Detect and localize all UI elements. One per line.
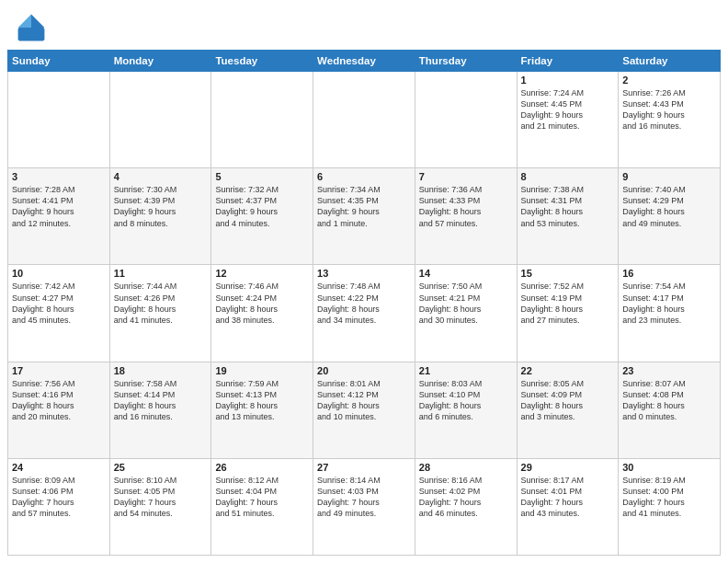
day-number: 2 — [622, 75, 716, 86]
day-number: 29 — [521, 462, 615, 473]
day-info: Sunrise: 7:24 AM Sunset: 4:45 PM Dayligh… — [521, 87, 615, 132]
day-info: Sunrise: 8:14 AM Sunset: 4:03 PM Dayligh… — [317, 475, 411, 520]
svg-marker-0 — [31, 15, 44, 28]
weekday-header-sunday: Sunday — [8, 51, 110, 72]
day-cell: 30Sunrise: 8:19 AM Sunset: 4:00 PM Dayli… — [619, 458, 721, 555]
day-cell: 21Sunrise: 8:03 AM Sunset: 4:10 PM Dayli… — [415, 362, 517, 458]
day-info: Sunrise: 7:34 AM Sunset: 4:35 PM Dayligh… — [317, 184, 411, 229]
week-row: 3Sunrise: 7:28 AM Sunset: 4:41 PM Daylig… — [8, 168, 721, 265]
day-number: 21 — [419, 365, 513, 376]
day-info: Sunrise: 7:52 AM Sunset: 4:19 PM Dayligh… — [521, 281, 615, 326]
weekday-row: SundayMondayTuesdayWednesdayThursdayFrid… — [8, 51, 721, 72]
day-number: 4 — [114, 171, 208, 182]
day-number: 14 — [419, 268, 513, 279]
svg-marker-1 — [18, 15, 31, 28]
day-info: Sunrise: 8:07 AM Sunset: 4:08 PM Dayligh… — [622, 378, 716, 423]
day-cell: 24Sunrise: 8:09 AM Sunset: 4:06 PM Dayli… — [8, 458, 110, 555]
day-number: 9 — [622, 171, 716, 182]
day-cell: 3Sunrise: 7:28 AM Sunset: 4:41 PM Daylig… — [8, 168, 110, 265]
day-number: 19 — [215, 365, 309, 376]
day-info: Sunrise: 7:36 AM Sunset: 4:33 PM Dayligh… — [419, 184, 513, 229]
day-cell: 7Sunrise: 7:36 AM Sunset: 4:33 PM Daylig… — [415, 168, 517, 265]
day-info: Sunrise: 7:40 AM Sunset: 4:29 PM Dayligh… — [622, 184, 716, 229]
day-info: Sunrise: 7:59 AM Sunset: 4:13 PM Dayligh… — [215, 378, 309, 423]
page: SundayMondayTuesdayWednesdayThursdayFrid… — [0, 0, 728, 563]
day-cell: 17Sunrise: 7:56 AM Sunset: 4:16 PM Dayli… — [8, 362, 110, 458]
day-number: 5 — [215, 171, 309, 182]
day-number: 16 — [622, 268, 716, 279]
day-cell: 13Sunrise: 7:48 AM Sunset: 4:22 PM Dayli… — [313, 265, 415, 362]
day-info: Sunrise: 8:05 AM Sunset: 4:09 PM Dayligh… — [521, 378, 615, 423]
weekday-header-thursday: Thursday — [415, 51, 517, 72]
day-info: Sunrise: 7:56 AM Sunset: 4:16 PM Dayligh… — [12, 378, 106, 423]
day-number: 15 — [521, 268, 615, 279]
day-info: Sunrise: 8:19 AM Sunset: 4:00 PM Dayligh… — [622, 475, 716, 520]
day-cell: 18Sunrise: 7:58 AM Sunset: 4:14 PM Dayli… — [109, 362, 211, 458]
day-number: 17 — [12, 365, 106, 376]
weekday-header-saturday: Saturday — [619, 51, 721, 72]
day-info: Sunrise: 8:12 AM Sunset: 4:04 PM Dayligh… — [215, 475, 309, 520]
week-row: 17Sunrise: 7:56 AM Sunset: 4:16 PM Dayli… — [8, 362, 721, 458]
calendar-table: SundayMondayTuesdayWednesdayThursdayFrid… — [7, 50, 721, 556]
day-cell: 9Sunrise: 7:40 AM Sunset: 4:29 PM Daylig… — [619, 168, 721, 265]
day-cell: 15Sunrise: 7:52 AM Sunset: 4:19 PM Dayli… — [517, 265, 619, 362]
day-number: 23 — [622, 365, 716, 376]
day-info: Sunrise: 8:10 AM Sunset: 4:05 PM Dayligh… — [114, 475, 208, 520]
day-info: Sunrise: 7:26 AM Sunset: 4:43 PM Dayligh… — [622, 87, 716, 132]
header — [0, 0, 728, 50]
weekday-header-friday: Friday — [517, 51, 619, 72]
week-row: 10Sunrise: 7:42 AM Sunset: 4:27 PM Dayli… — [8, 265, 721, 362]
day-number: 6 — [317, 171, 411, 182]
day-cell: 28Sunrise: 8:16 AM Sunset: 4:02 PM Dayli… — [415, 458, 517, 555]
day-number: 26 — [215, 462, 309, 473]
day-cell: 26Sunrise: 8:12 AM Sunset: 4:04 PM Dayli… — [211, 458, 313, 555]
calendar-body: 1Sunrise: 7:24 AM Sunset: 4:45 PM Daylig… — [8, 72, 721, 556]
day-number: 22 — [521, 365, 615, 376]
day-cell: 11Sunrise: 7:44 AM Sunset: 4:26 PM Dayli… — [109, 265, 211, 362]
calendar-header: SundayMondayTuesdayWednesdayThursdayFrid… — [8, 51, 721, 72]
day-cell: 19Sunrise: 7:59 AM Sunset: 4:13 PM Dayli… — [211, 362, 313, 458]
day-cell: 29Sunrise: 8:17 AM Sunset: 4:01 PM Dayli… — [517, 458, 619, 555]
logo-icon — [15, 11, 48, 44]
day-cell — [211, 72, 313, 168]
day-info: Sunrise: 7:44 AM Sunset: 4:26 PM Dayligh… — [114, 281, 208, 326]
day-info: Sunrise: 7:58 AM Sunset: 4:14 PM Dayligh… — [114, 378, 208, 423]
day-cell: 20Sunrise: 8:01 AM Sunset: 4:12 PM Dayli… — [313, 362, 415, 458]
day-info: Sunrise: 7:48 AM Sunset: 4:22 PM Dayligh… — [317, 281, 411, 326]
day-cell — [8, 72, 110, 168]
day-cell — [415, 72, 517, 168]
day-info: Sunrise: 7:42 AM Sunset: 4:27 PM Dayligh… — [12, 281, 106, 326]
calendar: SundayMondayTuesdayWednesdayThursdayFrid… — [0, 50, 728, 563]
day-number: 7 — [419, 171, 513, 182]
day-cell: 25Sunrise: 8:10 AM Sunset: 4:05 PM Dayli… — [109, 458, 211, 555]
svg-rect-2 — [18, 28, 45, 40]
day-number: 18 — [114, 365, 208, 376]
day-number: 20 — [317, 365, 411, 376]
week-row: 24Sunrise: 8:09 AM Sunset: 4:06 PM Dayli… — [8, 458, 721, 555]
day-info: Sunrise: 7:38 AM Sunset: 4:31 PM Dayligh… — [521, 184, 615, 229]
day-number: 1 — [521, 75, 615, 86]
day-info: Sunrise: 8:09 AM Sunset: 4:06 PM Dayligh… — [12, 475, 106, 520]
day-number: 3 — [12, 171, 106, 182]
day-cell: 2Sunrise: 7:26 AM Sunset: 4:43 PM Daylig… — [619, 72, 721, 168]
day-info: Sunrise: 7:54 AM Sunset: 4:17 PM Dayligh… — [622, 281, 716, 326]
day-cell — [109, 72, 211, 168]
day-number: 13 — [317, 268, 411, 279]
day-info: Sunrise: 7:30 AM Sunset: 4:39 PM Dayligh… — [114, 184, 208, 229]
day-cell: 14Sunrise: 7:50 AM Sunset: 4:21 PM Dayli… — [415, 265, 517, 362]
day-info: Sunrise: 8:01 AM Sunset: 4:12 PM Dayligh… — [317, 378, 411, 423]
day-cell: 10Sunrise: 7:42 AM Sunset: 4:27 PM Dayli… — [8, 265, 110, 362]
logo — [15, 11, 51, 44]
day-number: 25 — [114, 462, 208, 473]
day-info: Sunrise: 7:32 AM Sunset: 4:37 PM Dayligh… — [215, 184, 309, 229]
day-number: 28 — [419, 462, 513, 473]
day-cell: 23Sunrise: 8:07 AM Sunset: 4:08 PM Dayli… — [619, 362, 721, 458]
day-cell: 27Sunrise: 8:14 AM Sunset: 4:03 PM Dayli… — [313, 458, 415, 555]
day-cell: 1Sunrise: 7:24 AM Sunset: 4:45 PM Daylig… — [517, 72, 619, 168]
day-number: 12 — [215, 268, 309, 279]
day-cell: 16Sunrise: 7:54 AM Sunset: 4:17 PM Dayli… — [619, 265, 721, 362]
day-info: Sunrise: 7:50 AM Sunset: 4:21 PM Dayligh… — [419, 281, 513, 326]
day-number: 10 — [12, 268, 106, 279]
day-number: 11 — [114, 268, 208, 279]
day-info: Sunrise: 8:03 AM Sunset: 4:10 PM Dayligh… — [419, 378, 513, 423]
